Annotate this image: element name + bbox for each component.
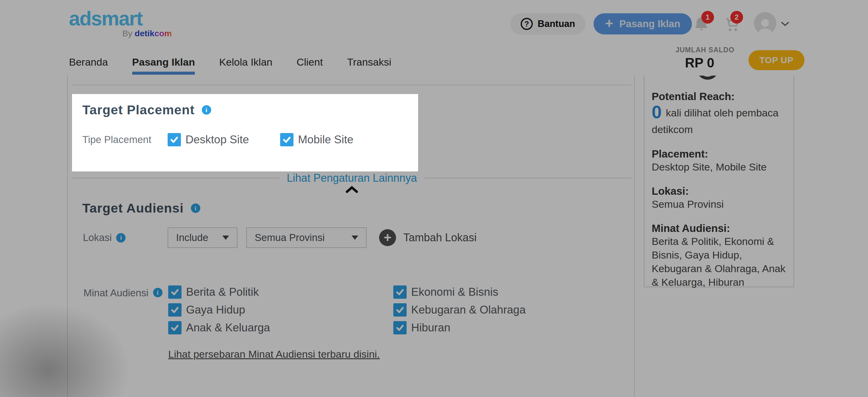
target-placement-title: Target Placement i [82, 102, 418, 117]
checkbox-checked[interactable] [280, 133, 293, 146]
check-icon [282, 135, 291, 144]
target-placement-spotlight: Target Placement i Tipe Placement Deskto… [72, 94, 418, 171]
check-icon [170, 135, 179, 144]
placement-option-label: Mobile Site [298, 133, 353, 146]
placement-option-mobile: Mobile Site [280, 133, 353, 146]
placement-type-label: Tipe Placement [82, 134, 167, 145]
target-placement-title-text: Target Placement [82, 102, 194, 117]
placement-option-label: Desktop Site [185, 133, 249, 146]
dim-overlay [0, 0, 868, 397]
placement-type-row: Tipe Placement Desktop Site Mobile Site [82, 133, 418, 146]
checkbox-checked[interactable] [167, 133, 181, 146]
info-icon[interactable]: i [202, 105, 211, 114]
placement-option-desktop: Desktop Site [167, 133, 280, 146]
